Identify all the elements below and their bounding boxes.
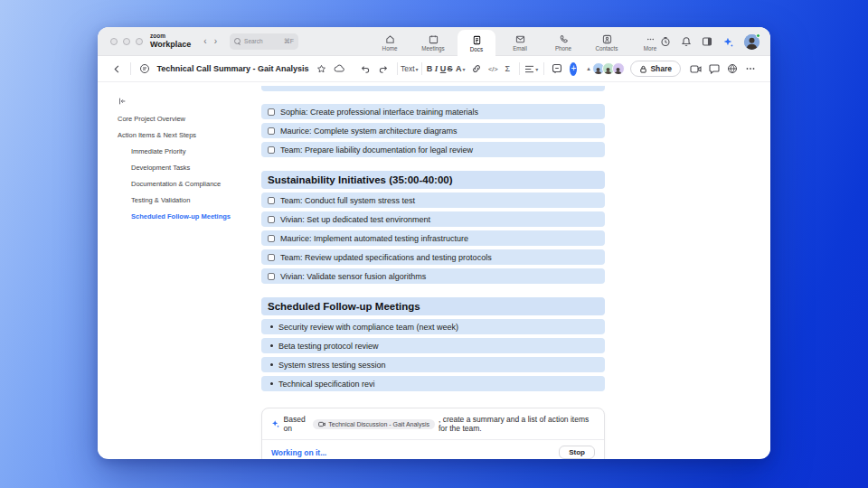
- align-dropdown[interactable]: ▾: [524, 60, 539, 78]
- checkbox[interactable]: [268, 254, 275, 261]
- home-icon: [385, 34, 395, 44]
- text-color-dropdown[interactable]: A▾: [453, 60, 467, 78]
- stop-button[interactable]: Stop: [559, 446, 595, 459]
- checklist-row[interactable]: Maurice: Implement automated testing inf…: [261, 230, 605, 246]
- code-block-button[interactable]: </>: [486, 60, 500, 78]
- checkbox[interactable]: [268, 235, 275, 242]
- sidebar-toggle-icon[interactable]: [702, 36, 712, 47]
- bullet-dot: [270, 382, 273, 385]
- history-nav: ‹ ›: [203, 36, 217, 46]
- nav-docs[interactable]: Docs: [458, 30, 495, 57]
- insert-plus-button[interactable]: +: [570, 62, 577, 76]
- user-avatar[interactable]: [744, 34, 760, 50]
- window-controls: [110, 38, 143, 45]
- forward-nav-icon[interactable]: ›: [214, 36, 217, 46]
- mail-icon: [515, 34, 525, 44]
- bold-button[interactable]: B: [426, 64, 433, 73]
- checkbox[interactable]: [268, 146, 275, 154]
- italic-button[interactable]: I: [433, 64, 440, 73]
- chat-icon[interactable]: [709, 63, 720, 74]
- outline-item-testing-validation[interactable]: Testing & Validation: [131, 196, 261, 204]
- outline-item-immediate-priority[interactable]: Immediate Priority: [131, 147, 261, 155]
- share-button[interactable]: Share: [630, 61, 681, 77]
- nav-contacts[interactable]: Contacts: [588, 30, 626, 56]
- source-doc-pill[interactable]: Technical Discussion - Gait Analysis: [313, 419, 435, 429]
- ai-sparkle-icon: [271, 418, 280, 429]
- search-icon: [234, 38, 241, 45]
- checkbox[interactable]: [268, 273, 275, 280]
- search-input[interactable]: Search ⌘F: [230, 33, 298, 50]
- outline-sidebar: Core Project Overview Action Items & Nex…: [98, 82, 261, 458]
- outline-item-core-project-overview[interactable]: Core Project Overview: [118, 115, 261, 123]
- collaborator-avatar[interactable]: [612, 62, 625, 75]
- undo-icon[interactable]: [360, 64, 371, 74]
- checklist-row[interactable]: Team: Conduct full system stress test: [261, 192, 605, 208]
- docs-icon: [472, 35, 482, 45]
- comment-icon[interactable]: [552, 63, 562, 74]
- maximize-window-button[interactable]: [136, 38, 143, 45]
- ai-status-text: Working on it...: [271, 448, 326, 457]
- link-icon[interactable]: [471, 63, 482, 74]
- favorite-star-icon[interactable]: [316, 64, 326, 74]
- video-call-icon[interactable]: [690, 64, 702, 74]
- recording-icon: [318, 421, 326, 427]
- nav-meetings[interactable]: Meetings: [414, 30, 452, 56]
- outline-item-action-items[interactable]: Action Items & Next Steps: [118, 131, 261, 139]
- lock-icon: [639, 65, 647, 73]
- formula-button[interactable]: Σ: [500, 60, 514, 78]
- search-shortcut: ⌘F: [284, 38, 294, 45]
- checklist-row[interactable]: Vivian: Validate sensor fusion algorithm…: [261, 268, 605, 284]
- checklist-row[interactable]: Team: Prepare liability documentation fo…: [261, 142, 605, 157]
- underline-button[interactable]: U: [439, 64, 447, 73]
- bullet-row[interactable]: System stress testing session: [261, 357, 605, 372]
- phone-icon: [559, 34, 569, 44]
- checkbox[interactable]: [268, 216, 275, 223]
- collaborator-avatars: [595, 62, 625, 75]
- redo-icon[interactable]: [378, 64, 389, 74]
- checkbox[interactable]: [268, 197, 275, 204]
- globe-icon[interactable]: [727, 63, 738, 74]
- contacts-icon: [602, 34, 612, 44]
- collapse-outline-icon[interactable]: [118, 93, 261, 109]
- desktop-background: zoom Workplace ‹ › Search ⌘F Home Meeti: [0, 0, 868, 488]
- bullet-dot: [270, 344, 273, 347]
- document-content: Sophia: Create professional interface tr…: [261, 82, 605, 458]
- outline-item-scheduled-followup[interactable]: Scheduled Follow-up Meetings: [131, 212, 261, 221]
- ai-companion-icon[interactable]: [722, 36, 734, 48]
- minimize-window-button[interactable]: [123, 38, 130, 45]
- checklist-row[interactable]: Team: Review updated specifications and …: [261, 249, 605, 265]
- ai-companion-card: Based on Technical Discussion - Gait Ana…: [261, 408, 605, 459]
- outline-item-development-tasks[interactable]: Development Tasks: [131, 164, 261, 172]
- checkbox[interactable]: [268, 127, 275, 135]
- section-heading-sustainability: Sustainability Initiatives (35:00-40:00): [261, 171, 605, 189]
- notifications-bell-icon[interactable]: [681, 36, 692, 47]
- search-placeholder: Search: [244, 38, 268, 44]
- more-options-icon[interactable]: [745, 63, 756, 74]
- ai-status-row: Working on it... Stop: [262, 439, 604, 459]
- bullet-dot: [270, 325, 273, 328]
- nav-email[interactable]: Email: [501, 30, 539, 56]
- bullet-row[interactable]: Security review with compliance team (ne…: [261, 319, 605, 334]
- history-icon[interactable]: [660, 36, 671, 47]
- checklist-row[interactable]: Maurice: Complete system architecture di…: [261, 123, 605, 138]
- docs-home-icon[interactable]: [139, 63, 150, 74]
- calendar-icon: [429, 34, 439, 44]
- bullet-row[interactable]: Beta testing protocol review: [261, 338, 605, 353]
- strikethrough-button[interactable]: S: [447, 64, 454, 73]
- checkbox[interactable]: [268, 108, 275, 116]
- nav-phone[interactable]: Phone: [544, 30, 582, 56]
- cloud-sync-icon[interactable]: [334, 63, 344, 74]
- primary-nav: Home Meetings Docs Email Phone: [344, 27, 696, 56]
- back-nav-icon[interactable]: ‹: [203, 36, 206, 46]
- back-button[interactable]: [112, 64, 122, 74]
- nav-home[interactable]: Home: [371, 30, 409, 56]
- ai-prompt-row: Based on Technical Discussion - Gait Ana…: [262, 408, 604, 439]
- section-heading-meetings: Scheduled Follow-up Meetings: [261, 297, 605, 315]
- close-window-button[interactable]: [110, 38, 118, 45]
- online-status-dot: [756, 33, 760, 38]
- bullet-row[interactable]: Technical specification revi: [261, 376, 605, 391]
- checklist-row[interactable]: Vivian: Set up dedicated test environmen…: [261, 211, 605, 227]
- text-style-dropdown[interactable]: Text▾: [402, 60, 417, 78]
- checklist-row[interactable]: Sophia: Create professional interface tr…: [261, 104, 605, 119]
- outline-item-documentation-compliance[interactable]: Documentation & Compliance: [131, 180, 261, 188]
